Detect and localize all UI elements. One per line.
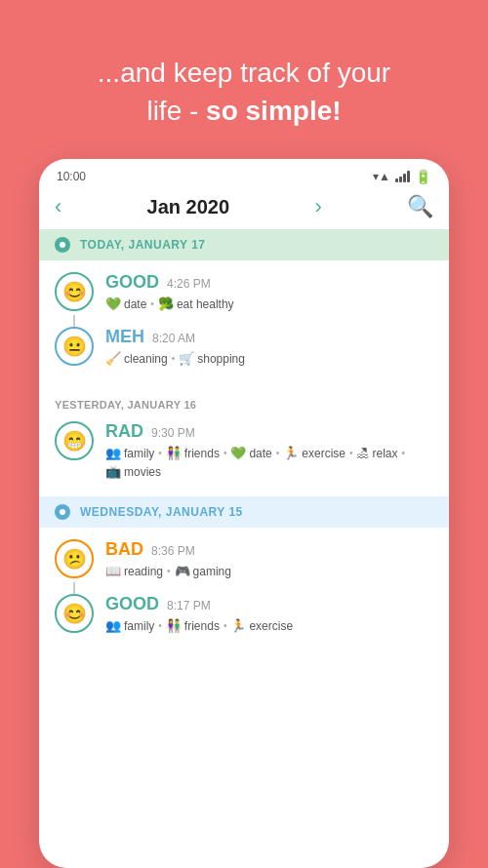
date-icon-rad: 💚 — [230, 446, 246, 460]
tag-gaming: 🎮 gaming — [175, 564, 231, 578]
entry-content-meh: MEH 8:20 AM 🧹 cleaning • 🛒 shopping — [105, 327, 433, 366]
gaming-icon: 🎮 — [175, 564, 190, 578]
good-face: 😊 — [62, 280, 87, 303]
wednesday-header: WEDNESDAY, JANUARY 15 — [39, 496, 449, 528]
mood-icon-meh: 😐 — [55, 327, 94, 366]
today-label: TODAY, JANUARY 17 — [80, 238, 206, 252]
tag-reading-label: reading — [124, 565, 163, 578]
tag-exercise-wed-label: exercise — [249, 619, 293, 633]
tag-family-wed: 👥 family — [105, 618, 154, 633]
entry-content-bad: BAD 8:36 PM 📖 reading • 🎮 gaming — [105, 539, 433, 578]
good-face-wed: 😊 — [62, 602, 87, 625]
next-month-button[interactable]: › — [314, 194, 321, 219]
tag-movies-label: movies — [124, 465, 161, 479]
tag-eat-label: eat healthy — [177, 297, 234, 311]
entry-tags-meh: 🧹 cleaning • 🛒 shopping — [105, 351, 433, 366]
tag-exercise-wed: 🏃 exercise — [230, 618, 293, 633]
battery-icon: 🔋 — [415, 169, 431, 184]
tag-family-wed-label: family — [124, 619, 154, 633]
mood-icon-rad: 😁 — [55, 421, 94, 460]
mood-icon-good-wed: 😊 — [55, 594, 94, 633]
bad-face: 😕 — [62, 547, 87, 571]
mood-label-meh: MEH — [105, 327, 144, 347]
entry-good-today: 😊 GOOD 4:26 PM 💚 date • 🥦 — [55, 264, 433, 319]
hero-line2-bold: so simple! — [206, 96, 341, 126]
wifi-icon: ▾▲ — [373, 170, 390, 183]
yesterday-header: YESTERDAY, JANUARY 16 — [39, 389, 449, 415]
today-dot — [55, 237, 70, 253]
tag-cleaning-label: cleaning — [124, 352, 168, 366]
exercise-icon: 🏃 — [283, 446, 299, 460]
entry-time-good-wed: 8:17 PM — [167, 599, 211, 612]
entry-meh-today: 😐 MEH 8:20 AM 🧹 cleaning • 🛒 — [55, 319, 433, 374]
hero-line1: ...and keep track of your — [98, 54, 390, 92]
entry-tags-good-wed: 👥 family • 👫 friends • 🏃 exercise — [105, 618, 433, 633]
tag-date-rad: 💚 date — [230, 446, 271, 460]
entry-tags-bad: 📖 reading • 🎮 gaming — [105, 564, 433, 578]
entry-content-good-wed: GOOD 8:17 PM 👥 family • 👫 friends — [105, 594, 433, 633]
wednesday-dot — [55, 504, 70, 520]
hero-line2: life - so simple! — [98, 92, 390, 130]
nav-header: ‹ Jan 2020 › 🔍 — [39, 189, 449, 229]
meh-face: 😐 — [62, 335, 87, 358]
tag-friends-wed-label: friends — [184, 619, 220, 633]
tag-exercise: 🏃 exercise — [283, 446, 346, 460]
tag-eat-healthy: 🥦 eat healthy — [158, 296, 234, 311]
cleaning-icon: 🧹 — [105, 351, 121, 366]
date-icon: 💚 — [105, 296, 121, 311]
mood-icon-bad: 😕 — [55, 539, 94, 578]
rad-face: 😁 — [62, 429, 87, 453]
family-icon: 👥 — [105, 446, 121, 460]
tag-relax: 🏖 relax — [356, 446, 397, 460]
phone-frame: 10:00 ▾▲ 🔋 ‹ Jan 2020 › 🔍 TODAY, JA — [39, 159, 449, 868]
tag-date: 💚 date — [105, 296, 146, 311]
prev-month-button[interactable]: ‹ — [55, 194, 61, 219]
entry-tags-good: 💚 date • 🥦 eat healthy — [105, 296, 433, 311]
tag-reading: 📖 reading — [105, 564, 163, 578]
tag-family: 👥 family — [105, 446, 154, 460]
entry-time-rad: 9:30 PM — [151, 426, 195, 440]
friends-icon-wed: 👫 — [166, 618, 182, 633]
entry-time-bad: 8:36 PM — [151, 544, 195, 558]
today-section: TODAY, JANUARY 17 😊 GOOD 4:26 PM 💚 dat — [39, 229, 449, 381]
tag-gaming-label: gaming — [193, 565, 231, 578]
tag-shopping: 🛒 shopping — [179, 351, 245, 366]
mood-label-good-wed: GOOD — [105, 594, 159, 614]
search-button[interactable]: 🔍 — [407, 194, 433, 219]
shopping-icon: 🛒 — [179, 351, 194, 366]
hero-section: ...and keep track of your life - so simp… — [68, 54, 420, 130]
status-icons: ▾▲ 🔋 — [373, 169, 431, 184]
eat-healthy-icon: 🥦 — [158, 296, 174, 311]
hero-line2-prefix: life - — [146, 96, 206, 126]
mood-label-rad: RAD — [105, 421, 143, 442]
entry-content-rad: RAD 9:30 PM 👥 family • 👫 friends • — [105, 421, 433, 479]
status-time: 10:00 — [57, 170, 86, 183]
mood-label-good: GOOD — [105, 272, 159, 293]
wednesday-section: WEDNESDAY, JANUARY 15 😕 BAD 8:36 PM 📖 — [39, 496, 449, 649]
status-bar: 10:00 ▾▲ 🔋 — [39, 159, 449, 189]
today-header: TODAY, JANUARY 17 — [39, 229, 449, 260]
tag-date-label: date — [124, 297, 146, 311]
entry-rad-yesterday: 😁 RAD 9:30 PM 👥 family • 👫 friends — [39, 415, 449, 489]
family-icon-wed: 👥 — [105, 618, 121, 633]
tag-friends-label: friends — [184, 447, 220, 460]
tag-exercise-label: exercise — [302, 447, 346, 460]
mood-label-bad: BAD — [105, 539, 143, 560]
relax-icon: 🏖 — [356, 446, 369, 460]
tag-relax-label: relax — [372, 447, 397, 460]
entry-tags-rad: 👥 family • 👫 friends • 💚 date • — [105, 446, 433, 479]
wednesday-entries: 😕 BAD 8:36 PM 📖 reading • 🎮 — [39, 528, 449, 649]
signal-icon — [395, 171, 410, 182]
tag-date-rad-label: date — [249, 447, 271, 460]
exercise-icon-wed: 🏃 — [230, 618, 246, 633]
tag-family-label: family — [124, 447, 154, 460]
movies-icon: 📺 — [105, 464, 121, 479]
month-year-label: Jan 2020 — [147, 196, 230, 218]
tag-movies: 📺 movies — [105, 464, 161, 479]
today-entries: 😊 GOOD 4:26 PM 💚 date • 🥦 — [39, 260, 449, 381]
yesterday-section: YESTERDAY, JANUARY 16 😁 RAD 9:30 PM 👥 fa… — [39, 389, 449, 489]
entry-time-good: 4:26 PM — [167, 277, 211, 291]
tag-friends: 👫 friends — [166, 446, 220, 460]
tag-friends-wed: 👫 friends — [166, 618, 220, 633]
reading-icon: 📖 — [105, 564, 121, 578]
